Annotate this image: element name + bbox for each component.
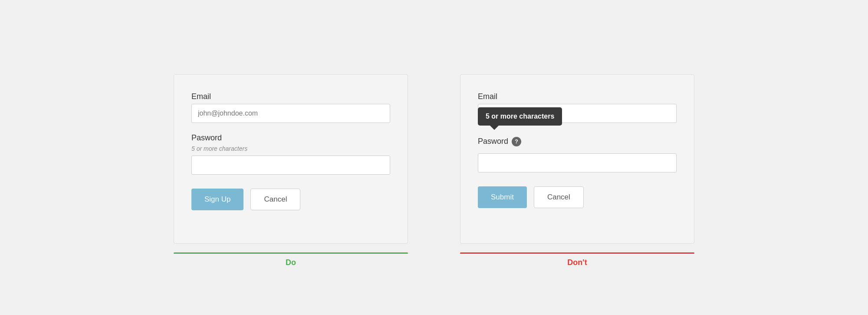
dont-form-card: Email 5 or more characters Pasword ? — [460, 74, 694, 244]
password-input-left[interactable] — [191, 156, 390, 175]
password-group-right: 5 or more characters Pasword ? — [478, 133, 677, 172]
do-divider — [174, 252, 408, 254]
password-label-right: Pasword — [478, 137, 508, 146]
password-hint-left: 5 or more characters — [191, 145, 390, 152]
password-input-right[interactable] — [478, 153, 677, 172]
password-label-with-icon: Pasword ? — [478, 137, 677, 146]
do-example: Email Pasword 5 or more characters Sign … — [174, 74, 408, 267]
do-label: Do — [286, 258, 296, 267]
email-label-right: Email — [478, 92, 677, 101]
password-group-left: Pasword 5 or more characters — [191, 133, 390, 175]
do-form-card: Email Pasword 5 or more characters Sign … — [174, 74, 408, 244]
cancel-button-right[interactable]: Cancel — [534, 186, 584, 208]
email-label-left: Email — [191, 92, 390, 101]
signup-button[interactable]: Sign Up — [191, 189, 243, 210]
page-container: Email Pasword 5 or more characters Sign … — [174, 48, 694, 267]
dont-divider — [460, 252, 694, 254]
dont-label: Don't — [567, 258, 587, 267]
help-icon[interactable]: ? — [512, 137, 521, 146]
email-input-left[interactable] — [191, 104, 390, 123]
form-actions-right: Submit Cancel — [478, 186, 677, 208]
cancel-button-left[interactable]: Cancel — [250, 189, 300, 210]
submit-button[interactable]: Submit — [478, 186, 527, 208]
password-label-left: Pasword — [191, 133, 390, 143]
form-actions-left: Sign Up Cancel — [191, 189, 390, 210]
dont-example: Email 5 or more characters Pasword ? — [460, 74, 694, 267]
email-group-left: Email — [191, 92, 390, 123]
tooltip: 5 or more characters — [478, 107, 562, 126]
